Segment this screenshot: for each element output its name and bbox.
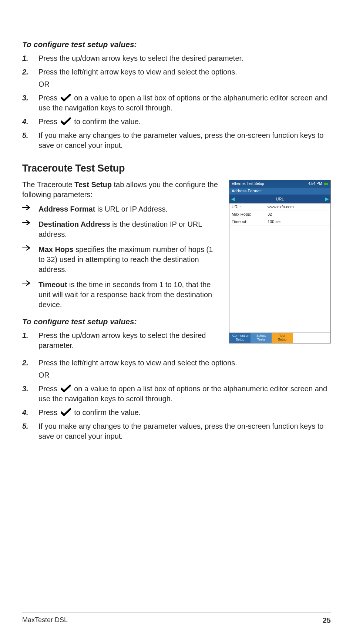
device-blank-area: [229, 226, 330, 332]
row-label: Max Hops:: [232, 212, 268, 217]
check-icon: [61, 94, 71, 102]
row-value: 32: [268, 212, 328, 217]
list-item: Max Hops specifies the maximum number of…: [22, 245, 219, 275]
step-text-b: to confirm the value.: [74, 117, 141, 126]
tab-spacer: [293, 333, 330, 343]
arrow-icon: [22, 220, 30, 225]
row-value: 100sec: [268, 219, 328, 225]
check-icon: [61, 385, 71, 393]
address-format-selector[interactable]: ◀ URL ▶: [229, 195, 330, 203]
device-time: 4:54 PM: [308, 182, 322, 186]
step-text: Press the up/down arrow keys to select t…: [38, 331, 206, 349]
footer-product: MaxTester DSL: [22, 615, 68, 625]
address-format-label: Address Format:: [229, 187, 330, 195]
list-item: Address Format is URL or IP Address.: [22, 204, 219, 214]
row-value: www.exfo.com: [268, 204, 328, 210]
procedure-list-2-rest: 2. Press the left/right arrow keys to vi…: [22, 358, 331, 441]
selector-left-icon[interactable]: ◀: [231, 196, 235, 202]
procedure-heading-2: To configure test setup values:: [22, 316, 219, 327]
param-name: Address Format: [38, 205, 95, 213]
or-text: OR: [38, 79, 331, 89]
footer-rule: [22, 613, 331, 613]
tab-test-setup[interactable]: Test Setup: [272, 333, 293, 343]
row-label: URL:: [232, 204, 268, 210]
step-text-b: on a value to open a list box of options…: [38, 94, 327, 112]
section-heading-traceroute: Traceroute Test Setup: [22, 162, 331, 175]
step-number: 5.: [22, 130, 28, 140]
step-number: 4.: [22, 408, 28, 418]
list-item: Destination Address is the destination I…: [22, 219, 219, 239]
step-3: 3. Press on a value to open a list box o…: [22, 93, 331, 113]
step-number: 1.: [22, 53, 28, 63]
device-row-maxhops[interactable]: Max Hops: 32: [229, 211, 330, 218]
procedure-list-2-start: 1. Press the up/down arrow keys to selec…: [22, 331, 219, 351]
arrow-icon: [22, 205, 30, 210]
row-label: Timeout:: [232, 219, 268, 225]
device-screenshot: Ethernet Test Setup 4:54 PM Address Form…: [229, 180, 331, 343]
battery-icon: [324, 182, 328, 185]
param-name: Timeout: [38, 280, 67, 289]
step-2: 2. Press the left/right arrow keys to vi…: [22, 358, 331, 380]
selector-value: URL: [276, 196, 284, 202]
step-text: Press the left/right arrow keys to view …: [38, 359, 237, 367]
list-item: Timeout is the time in seconds from 1 to…: [22, 280, 219, 310]
step-number: 2.: [22, 358, 28, 368]
timeout-num: 100: [268, 219, 274, 224]
step-number: 4.: [22, 117, 28, 127]
step-text: If you make any changes to the parameter…: [38, 131, 323, 149]
device-status: 4:54 PM: [308, 181, 328, 186]
step-text: Press the left/right arrow keys to view …: [38, 68, 237, 76]
step-text: If you make any changes to the parameter…: [38, 422, 323, 440]
step-4: 4. Press to confirm the value.: [22, 117, 331, 127]
step-1: 1. Press the up/down arrow keys to selec…: [22, 331, 219, 351]
step-2: 2. Press the left/right arrow keys to vi…: [22, 67, 331, 89]
step-text-b: on a value to open a list box of options…: [38, 385, 327, 403]
step-4: 4. Press to confirm the value.: [22, 408, 331, 418]
timeout-unit: sec: [275, 220, 280, 224]
device-row-url[interactable]: URL: www.exfo.com: [229, 203, 330, 211]
device-title: Ethernet Test Setup: [232, 181, 264, 186]
tab-connection-setup[interactable]: Connection Setup: [229, 333, 251, 343]
intro-paragraph: The Traceroute Test Setup tab allows you…: [22, 180, 219, 200]
arrow-icon: [22, 280, 30, 286]
intro-a: The Traceroute: [22, 180, 74, 189]
step-number: 2.: [22, 67, 28, 77]
arrow-icon: [22, 245, 30, 250]
step-5: 5. If you make any changes to the parame…: [22, 421, 331, 441]
step-text-a: Press: [38, 408, 60, 416]
tab-label-b: Setup: [232, 338, 248, 342]
device-body: URL: www.exfo.com Max Hops: 32 Timeout: …: [229, 203, 330, 332]
step-1: 1. Press the up/down arrow keys to selec…: [22, 53, 331, 63]
step-text: Press the up/down arrow keys to select t…: [38, 54, 243, 62]
parameter-list: Address Format is URL or IP Address. Des…: [22, 204, 219, 310]
device-tabs: Connection Setup Select Tests Test Setup: [229, 332, 330, 343]
intro-bold: Test Setup: [74, 180, 112, 189]
step-number: 1.: [22, 331, 28, 341]
step-text-a: Press: [38, 94, 60, 102]
step-number: 5.: [22, 421, 28, 431]
step-text-a: Press: [38, 117, 60, 126]
step-5: 5. If you make any changes to the parame…: [22, 130, 331, 150]
page-number: 25: [323, 615, 331, 625]
param-name: Max Hops: [38, 245, 73, 253]
or-text: OR: [38, 370, 331, 380]
page-footer: MaxTester DSL 25: [22, 615, 331, 625]
step-text-b: to confirm the value.: [74, 408, 141, 416]
step-number: 3.: [22, 384, 28, 394]
tab-select-tests[interactable]: Select Tests: [251, 333, 272, 343]
param-name: Destination Address: [38, 220, 110, 228]
selector-right-icon[interactable]: ▶: [325, 196, 329, 202]
procedure-list-1: 1. Press the up/down arrow keys to selec…: [22, 53, 331, 150]
step-3: 3. Press on a value to open a list box o…: [22, 384, 331, 404]
device-row-timeout[interactable]: Timeout: 100sec: [229, 218, 330, 226]
step-text-a: Press: [38, 385, 60, 393]
device-titlebar: Ethernet Test Setup 4:54 PM: [229, 180, 330, 188]
param-desc: is URL or IP Address.: [95, 205, 168, 213]
procedure-heading-1: To configure test setup values:: [22, 39, 331, 50]
step-number: 3.: [22, 93, 28, 103]
check-icon: [61, 408, 71, 416]
check-icon: [61, 117, 71, 126]
